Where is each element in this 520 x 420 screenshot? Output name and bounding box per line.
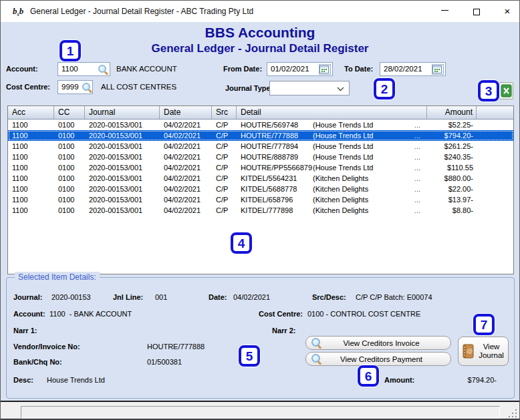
maximize-button[interactable]	[465, 1, 489, 22]
cell-amount: $880.00-	[427, 173, 477, 184]
detail-jnl-line-value: 001	[155, 292, 167, 302]
table-row[interactable]: 1100 0100 2020-00153/001 04/02/2021 C/P …	[8, 184, 513, 194]
to-date-label: To Date:	[344, 62, 373, 76]
from-date-input[interactable]: 01/02/2021	[267, 62, 333, 76]
detail-vendor-invoice-value: HOUTRE/777888	[147, 341, 205, 352]
svg-text:@: @	[467, 348, 473, 355]
col-header-acc[interactable]: Acc	[8, 106, 54, 119]
callout-5: 5	[239, 345, 260, 367]
app-window: bsb General Ledger - Journal Detail Regi…	[0, 0, 520, 420]
cell-date: 04/02/2021	[160, 120, 212, 130]
to-date-input[interactable]: 28/02/2021	[380, 62, 446, 76]
cost-centre-input[interactable]: 9999	[57, 80, 93, 94]
cell-cc: 0100	[54, 141, 85, 152]
cell-src: C/P	[212, 152, 237, 162]
detail-narr1-label: Narr 1:	[13, 325, 37, 336]
cell-detail: HOUTRE/888789 (House Trends Ltd ...	[237, 152, 427, 162]
from-date-calendar-icon[interactable]	[319, 64, 331, 75]
table-row[interactable]: 1100 0100 2020-00153/001 04/02/2021 C/P …	[8, 120, 513, 130]
cell-amount: $240.35-	[427, 152, 477, 162]
cell-acc: 1100	[8, 141, 54, 152]
detail-date-value: 04/02/2021	[233, 292, 270, 302]
callout-6: 6	[358, 365, 379, 387]
cell-amount: $8.80-	[427, 205, 477, 216]
minimize-button[interactable]	[432, 1, 457, 22]
close-button[interactable]: ×	[495, 1, 519, 22]
col-header-date[interactable]: Date	[160, 106, 212, 119]
view-creditors-payment-button[interactable]: View Creditors Payment	[305, 352, 451, 366]
table-row[interactable]: 1100 0100 2020-00153/001 04/02/2021 C/P …	[8, 194, 513, 205]
view-journal-button[interactable]: @ View Journal	[458, 337, 509, 366]
detail-date-label: Date:	[209, 292, 227, 302]
col-header-amount[interactable]: Amount	[427, 106, 477, 119]
cell-acc: 1100	[8, 173, 54, 184]
journal-grid: Acc CC Journal Date Src Detail Amount 11…	[7, 106, 514, 274]
col-header-filler	[477, 106, 513, 119]
export-excel-button[interactable]	[499, 82, 513, 99]
account-label: Account:	[6, 62, 38, 76]
col-header-cc[interactable]: CC	[54, 106, 85, 119]
cell-acc: 1100	[8, 120, 54, 130]
maximize-icon	[473, 9, 480, 15]
table-row[interactable]: 1100 0100 2020-00153/001 04/02/2021 C/P …	[8, 152, 513, 162]
cell-src: C/P	[212, 205, 237, 216]
col-header-src[interactable]: Src	[212, 106, 237, 119]
cell-src: C/P	[212, 184, 237, 194]
cell-amount: $52.25-	[427, 120, 477, 130]
cell-cc: 0100	[54, 152, 85, 162]
col-header-journal[interactable]: Journal	[85, 106, 160, 119]
account-input[interactable]: 1100	[57, 62, 110, 76]
table-row[interactable]: 1100 0100 2020-00153/001 04/02/2021 C/P …	[8, 130, 513, 141]
cell-cc: 0100	[54, 120, 85, 130]
cell-detail: HOUTRE/PP5566879 (House Trends Ltd ...	[237, 162, 427, 173]
resize-grip[interactable]	[507, 409, 517, 417]
cell-detail: KITDEL/777898 (Kitchen Delights ...	[237, 205, 427, 216]
account-lookup-icon[interactable]	[98, 65, 108, 74]
detail-jnl-line-label: Jnl Line:	[113, 292, 143, 302]
cell-detail: KITDEL/658796 (Kitchen Delights ...	[237, 194, 427, 205]
detail-account-label: Account:	[13, 308, 45, 319]
cell-src: C/P	[212, 141, 237, 152]
table-row[interactable]: 1100 0100 2020-00153/001 04/02/2021 C/P …	[8, 205, 513, 216]
statusbar-panel	[21, 406, 500, 419]
cell-date: 04/02/2021	[160, 194, 212, 205]
col-header-detail[interactable]: Detail	[237, 106, 427, 119]
cell-journal: 2020-00153/001	[85, 141, 160, 152]
cell-detail: HOUTRE/569748 (House Trends Ltd ...	[237, 120, 427, 130]
cell-date: 04/02/2021	[160, 130, 212, 141]
table-row[interactable]: 1100 0100 2020-00153/001 04/02/2021 C/P …	[8, 141, 513, 152]
callout-1: 1	[59, 40, 81, 61]
cell-acc: 1100	[8, 205, 54, 216]
view-creditors-invoice-button[interactable]: View Creditors Invoice	[305, 336, 451, 350]
search-icon	[311, 338, 321, 348]
cost-centre-label: Cost Centre:	[6, 80, 50, 94]
cell-cc: 0100	[54, 130, 85, 141]
search-icon	[311, 354, 321, 364]
account-description: BANK ACCOUNT	[116, 62, 177, 76]
cell-journal: 2020-00153/001	[85, 152, 160, 162]
detail-narr2-label: Narr 2:	[272, 325, 295, 336]
journal-book-icon: @	[463, 344, 475, 359]
cell-date: 04/02/2021	[160, 141, 212, 152]
detail-bank-chq-label: Bank/Chq No:	[13, 357, 62, 367]
cell-amount: $110.55	[427, 162, 477, 173]
cell-cc: 0100	[54, 173, 85, 184]
journal-type-select[interactable]	[269, 81, 350, 95]
cost-centre-lookup-icon[interactable]	[82, 83, 92, 92]
cell-date: 04/02/2021	[160, 205, 212, 216]
table-row[interactable]: 1100 0100 2020-00153/001 04/02/2021 C/P …	[8, 162, 513, 173]
cell-acc: 1100	[8, 152, 54, 162]
cell-date: 04/02/2021	[160, 184, 212, 194]
cell-detail: KITDEL/5688778 (Kitchen Delights ...	[237, 184, 427, 194]
cell-journal: 2020-00153/001	[85, 194, 160, 205]
callout-2: 2	[374, 78, 395, 99]
cell-src: C/P	[212, 120, 237, 130]
cell-journal: 2020-00153/001	[85, 162, 160, 173]
cell-amount: $22.00-	[427, 184, 477, 194]
window-title: General Ledger - Journal Detail Register…	[30, 1, 253, 22]
to-date-calendar-icon[interactable]	[432, 64, 444, 75]
cell-acc: 1100	[8, 184, 54, 194]
cell-journal: 2020-00153/001	[85, 173, 160, 184]
cell-cc: 0100	[54, 162, 85, 173]
table-row[interactable]: 1100 0100 2020-00153/001 04/02/2021 C/P …	[8, 173, 513, 184]
